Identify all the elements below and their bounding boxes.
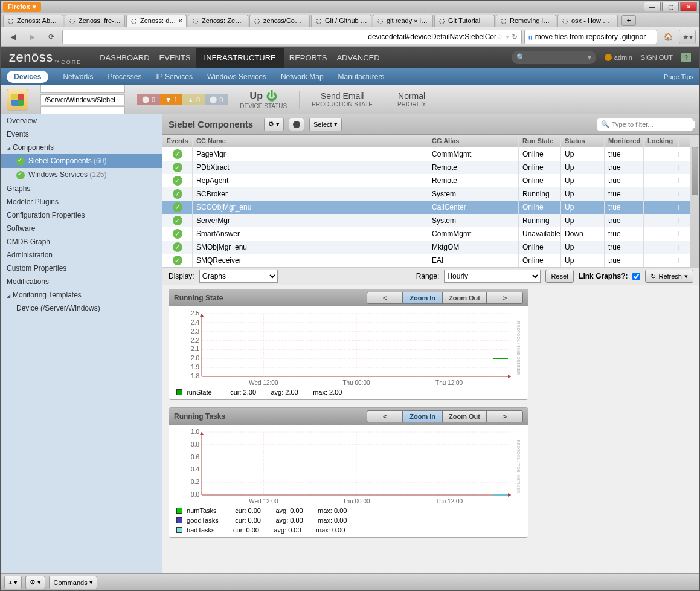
help-button[interactable]: ? [681, 53, 691, 62]
commands-button[interactable]: Commands▾ [49, 576, 97, 589]
range-select[interactable]: Hourly [444, 270, 541, 283]
sidebar-item-cmdb-graph[interactable]: CMDB Graph [1, 235, 162, 248]
col-monitored[interactable]: Monitored [605, 135, 644, 147]
col-locking[interactable]: Locking [644, 135, 679, 147]
gear-button-bottom[interactable]: ⚙▾ [25, 576, 45, 589]
browser-search-box[interactable]: g [524, 30, 657, 44]
sidebar-item-custom-properties[interactable]: Custom Properties [1, 262, 162, 275]
close-tab-icon[interactable]: × [179, 17, 182, 24]
filter-input[interactable] [612, 121, 695, 128]
col-cc-name[interactable]: CC Name [193, 135, 428, 147]
maximize-button[interactable]: ▢ [662, 2, 679, 11]
grid-scrollbar[interactable] [690, 135, 699, 267]
scroll-thumb[interactable] [692, 147, 698, 195]
table-row[interactable]: ✓RepAgentRemoteOnlineUptrue [162, 174, 690, 187]
sidebar-item-administration[interactable]: Administration [1, 248, 162, 262]
filter-box[interactable]: 🔍 [597, 118, 693, 131]
forward-button[interactable]: ▶ [24, 30, 40, 44]
star-icon[interactable]: ☆ [496, 33, 503, 41]
browser-tab[interactable]: ◌Git Tutorial [434, 15, 495, 27]
top-nav-advanced[interactable]: ADVANCED [332, 48, 384, 68]
sidebar-item-monitoring-templates[interactable]: Monitoring Templates [1, 288, 162, 302]
delete-button[interactable]: − [289, 118, 304, 131]
page-tips-link[interactable]: Page Tips [664, 73, 693, 80]
sidebar-item-components[interactable]: Components [1, 141, 162, 154]
browser-tab[interactable]: ◌Zenoss: df...× [126, 15, 187, 27]
browser-tab[interactable]: ◌zenoss/Com... [249, 15, 310, 27]
table-row[interactable]: ✓SCCObjMgr_enuCallCenterOnlineUptrue [162, 201, 690, 214]
subnav-network-map[interactable]: Network Map [281, 73, 324, 81]
add-button[interactable]: +▾ [4, 576, 22, 589]
reload-inner-icon[interactable]: ↻ [512, 33, 518, 41]
sidebar-item-software[interactable]: Software [1, 222, 162, 235]
table-row[interactable]: ✓ServerMgrSystemRunningUptrue [162, 214, 690, 227]
close-button[interactable]: ✕ [680, 2, 697, 11]
url-bar[interactable]: ☆ ▾ ↻ [62, 30, 522, 44]
sidebar-item-windows-services[interactable]: Windows Services (125) [1, 168, 162, 182]
graph-zoom-out-button[interactable]: Zoom Out [442, 410, 487, 422]
col-run-state[interactable]: Run State [519, 135, 561, 147]
graph-next-button[interactable]: > [487, 292, 523, 304]
sev-critical[interactable]: ⬤0 [137, 94, 160, 105]
signout-link[interactable]: SIGN OUT [641, 54, 673, 61]
graph-zoom-out-button[interactable]: Zoom Out [442, 292, 487, 304]
subnav-windows-services[interactable]: Windows Services [207, 73, 266, 81]
minimize-button[interactable]: — [644, 2, 661, 11]
url-input[interactable] [66, 33, 496, 41]
browser-tab[interactable]: ◌Zenoss: About [3, 15, 63, 27]
gear-button[interactable]: ⚙▾ [264, 118, 284, 131]
firefox-menu-button[interactable]: Firefox ▾ [3, 2, 41, 12]
table-row[interactable]: ✓PDbXtractRemoteOnlineUptrue [162, 161, 690, 174]
device-ip-box[interactable] [40, 106, 125, 115]
subnav-processes[interactable]: Processes [108, 73, 141, 81]
subnav-ip-services[interactable]: IP Services [156, 73, 192, 81]
graph-zoom-in-button[interactable]: Zoom In [403, 292, 442, 304]
reload-button[interactable]: ⟳ [43, 30, 60, 44]
sidebar-item-overview[interactable]: Overview [1, 114, 162, 128]
col-cg-alias[interactable]: CG Alias [428, 135, 519, 147]
browser-tab[interactable]: ◌Zenoss: ZenP... [188, 15, 248, 27]
table-row[interactable]: ✓SCBrokerSystemRunningUptrue [162, 187, 690, 201]
new-tab-button[interactable]: + [621, 15, 636, 26]
sidebar-item-graphs[interactable]: Graphs [1, 182, 162, 195]
graph-next-button[interactable]: > [487, 410, 523, 422]
browser-tab[interactable]: ◌Removing ig... [496, 15, 556, 27]
search-input[interactable] [535, 33, 653, 41]
col-events[interactable]: Events [162, 135, 193, 147]
browser-tab[interactable]: ◌Git / Github Z... [311, 15, 371, 27]
top-nav-reports[interactable]: REPORTS [284, 48, 332, 68]
device-path-box[interactable]: /Server/Windows/Siebel [40, 94, 125, 105]
table-row[interactable]: ✓SMObjMgr_enuMktgOMOnlineUptrue [162, 241, 690, 254]
graph-zoom-in-button[interactable]: Zoom In [403, 410, 442, 422]
graph-prev-button[interactable]: < [367, 410, 403, 422]
select-button[interactable]: Select▾ [309, 118, 342, 131]
browser-tab[interactable]: ◌Zenoss: fre-p... [65, 15, 125, 27]
sidebar-item-events[interactable]: Events [1, 128, 162, 141]
refresh-button[interactable]: ↻Refresh▾ [645, 270, 693, 283]
home-button[interactable]: 🏠 [660, 30, 676, 44]
subnav-devices[interactable]: Devices [7, 71, 48, 83]
sidebar-item-modeler-plugins[interactable]: Modeler Plugins [1, 195, 162, 208]
device-name-box[interactable] [40, 85, 125, 93]
sidebar-item-modifications[interactable]: Modifications [1, 275, 162, 288]
sidebar-item-siebel-components[interactable]: Siebel Components (60) [1, 154, 162, 168]
table-row[interactable]: ✓SMQReceiverEAIOnlineUptrue [162, 254, 690, 267]
top-nav-infrastructure[interactable]: INFRASTRUCTURE [196, 48, 284, 68]
graph-prev-button[interactable]: < [367, 292, 403, 304]
zenoss-logo[interactable]: zenōss ™ CORE [9, 50, 82, 65]
subnav-manufacturers[interactable]: Manufacturers [338, 73, 385, 81]
sev-info[interactable]: ⬤0 [205, 94, 228, 105]
sidebar-item-configuration-properties[interactable]: Configuration Properties [1, 208, 162, 222]
user-menu[interactable]: admin [605, 54, 632, 61]
display-select[interactable]: Graphs [199, 270, 278, 283]
top-nav-dashboard[interactable]: DASHBOARD [95, 48, 154, 68]
sidebar-item-device-server-windows-[interactable]: Device (/Server/Windows) [1, 302, 162, 315]
browser-tab[interactable]: ◌osx - How Ca... [557, 15, 618, 27]
header-search[interactable]: 🔍 ▾ [512, 51, 596, 64]
sev-warning[interactable]: ▲0 [182, 94, 205, 105]
subnav-networks[interactable]: Networks [63, 73, 93, 81]
reset-button[interactable]: Reset [545, 270, 574, 283]
link-graphs-checkbox[interactable] [632, 273, 640, 280]
top-nav-events[interactable]: EVENTS [155, 48, 196, 68]
back-button[interactable]: ◀ [4, 30, 21, 44]
